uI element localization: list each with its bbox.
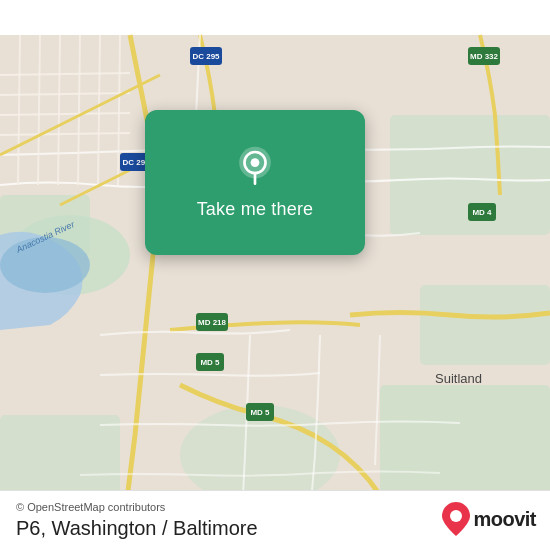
- moovit-logo: moovit: [442, 502, 536, 536]
- svg-text:MD 218: MD 218: [198, 318, 227, 327]
- svg-text:MD 4: MD 4: [472, 208, 492, 217]
- svg-text:MD 5: MD 5: [200, 358, 220, 367]
- location-pin-icon: [233, 145, 277, 189]
- svg-rect-4: [420, 285, 550, 365]
- svg-text:Suitland: Suitland: [435, 371, 482, 386]
- map-background: DC 295 DC 295 MD 332 MD 4 MD 218 MD 5 MD…: [0, 0, 550, 550]
- take-me-there-popup[interactable]: Take me there: [145, 110, 365, 255]
- moovit-pin-icon: [442, 502, 470, 536]
- map-container: DC 295 DC 295 MD 332 MD 4 MD 218 MD 5 MD…: [0, 0, 550, 550]
- take-me-there-label: Take me there: [197, 199, 314, 220]
- svg-point-27: [251, 158, 260, 167]
- svg-text:DC 295: DC 295: [192, 52, 220, 61]
- svg-point-28: [450, 510, 462, 522]
- moovit-text: moovit: [473, 508, 536, 531]
- svg-text:MD 5: MD 5: [250, 408, 270, 417]
- svg-text:MD 332: MD 332: [470, 52, 499, 61]
